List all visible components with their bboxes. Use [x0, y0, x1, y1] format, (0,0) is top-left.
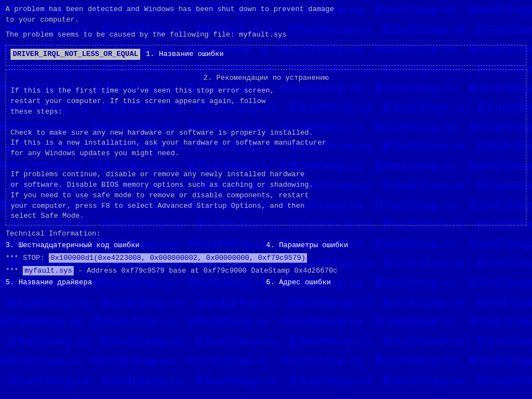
driver-name: myfault.sys — [23, 266, 74, 275]
intro-block: A problem has been detected and Windows … — [6, 4, 526, 25]
problem-file-line: The problem seems to be caused by the fo… — [6, 30, 526, 40]
error-code-highlight: DRIVER_IRQL_NOT_LESS_OR_EQUAL — [11, 49, 140, 60]
intro-line1: A problem has been detected and Windows … — [6, 4, 526, 15]
recommendations-section: 2. Рекомендации по устранению If this is… — [6, 69, 526, 226]
label-4: 4. Параметры ошибки — [266, 241, 526, 251]
bsod-screen: A problem has been detected and Windows … — [0, 0, 532, 399]
problem-file-text: The problem seems to be caused by the fo… — [6, 30, 526, 40]
label-3: 3. Шестнадцатеричный код ошибки — [6, 241, 266, 251]
driver-rest: - Address 0xf79c9579 base at 0xf79c9000 … — [74, 267, 337, 275]
intro-line2: to your computer. — [6, 15, 526, 25]
error-name-section: DRIVER_IRQL_NOT_LESS_OR_EQUAL 1. Названи… — [6, 45, 526, 66]
stop-code: 0x100000d1(0xe4223008, 0x000000002, 0x00… — [49, 253, 307, 263]
labels-row-3-4: 3. Шестнадцатеричный код ошибки 4. Парам… — [6, 241, 526, 251]
labels-row-5-6: 5. Название драйвера 6. Адрес ошибки — [6, 278, 526, 288]
recommendations-label: 2. Рекомендации по устранению — [11, 73, 521, 84]
label-1: 1. Название ошибки — [146, 49, 223, 60]
stop-line: *** STOP: 0x100000d1(0xe4223008, 0x00000… — [6, 253, 526, 264]
tech-info-label: Technical Information: — [6, 229, 526, 239]
recommendations-text: If this is the first time you've seen th… — [11, 86, 521, 222]
stop-prefix: *** STOP: — [6, 254, 49, 262]
label-6: 6. Адрес ошибки — [266, 278, 526, 288]
tech-info-block: Technical Information: 3. Шестнадцатерич… — [6, 229, 526, 288]
driver-prefix: *** — [6, 267, 23, 275]
driver-line: *** myfault.sys - Address 0xf79c9579 bas… — [6, 266, 526, 277]
error-name-header: DRIVER_IRQL_NOT_LESS_OR_EQUAL 1. Названи… — [11, 49, 521, 60]
label-5: 5. Название драйвера — [6, 278, 266, 288]
